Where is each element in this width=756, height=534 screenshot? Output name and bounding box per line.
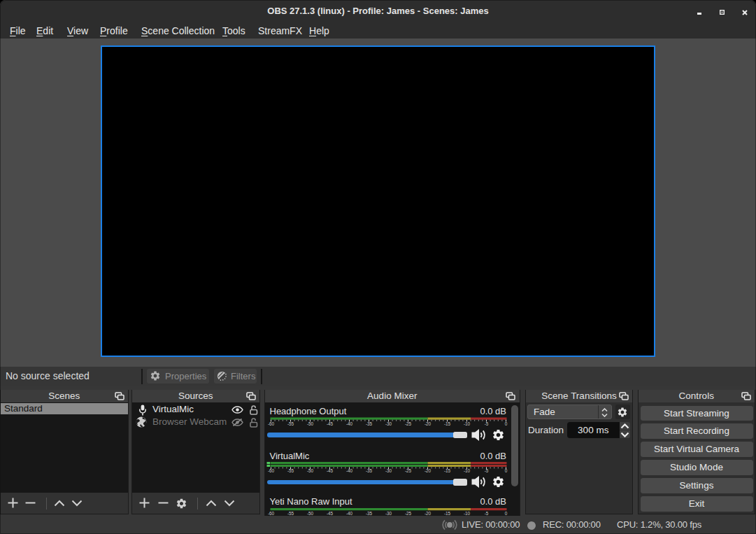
svg-text:-45: -45 xyxy=(326,468,333,473)
svg-text:-50: -50 xyxy=(306,468,313,473)
svg-text:-25: -25 xyxy=(404,511,411,516)
svg-text:-20: -20 xyxy=(424,511,431,516)
svg-text:-60: -60 xyxy=(267,421,274,426)
svg-text:-5: -5 xyxy=(484,511,488,516)
svg-text:-55: -55 xyxy=(287,421,294,426)
svg-text:-20: -20 xyxy=(424,468,431,473)
svg-text:-45: -45 xyxy=(326,511,333,516)
svg-text:0: 0 xyxy=(504,421,507,426)
svg-text:0: 0 xyxy=(504,468,507,473)
svg-text:-35: -35 xyxy=(365,468,372,473)
svg-text:-15: -15 xyxy=(443,421,450,426)
svg-text:-60: -60 xyxy=(267,468,274,473)
svg-text:-25: -25 xyxy=(404,468,411,473)
svg-text:-30: -30 xyxy=(385,421,392,426)
svg-text:-25: -25 xyxy=(404,421,411,426)
svg-text:-15: -15 xyxy=(443,468,450,473)
svg-text:-45: -45 xyxy=(326,421,333,426)
svg-text:-10: -10 xyxy=(463,468,470,473)
svg-text:-15: -15 xyxy=(443,511,450,516)
svg-text:0: 0 xyxy=(504,511,507,516)
svg-text:-40: -40 xyxy=(345,421,352,426)
svg-text:-50: -50 xyxy=(306,421,313,426)
svg-text:-35: -35 xyxy=(365,421,372,426)
svg-text:-60: -60 xyxy=(267,511,274,516)
svg-text:-55: -55 xyxy=(287,511,294,516)
svg-text:-55: -55 xyxy=(287,468,294,473)
svg-text:-40: -40 xyxy=(345,511,352,516)
svg-text:-40: -40 xyxy=(345,468,352,473)
svg-text:-30: -30 xyxy=(385,511,392,516)
svg-text:-5: -5 xyxy=(484,421,488,426)
svg-text:-50: -50 xyxy=(306,511,313,516)
svg-text:-20: -20 xyxy=(424,421,431,426)
svg-text:-30: -30 xyxy=(385,468,392,473)
svg-text:-10: -10 xyxy=(463,421,470,426)
svg-text:-5: -5 xyxy=(484,468,488,473)
svg-text:-10: -10 xyxy=(463,511,470,516)
svg-text:-35: -35 xyxy=(365,511,372,516)
